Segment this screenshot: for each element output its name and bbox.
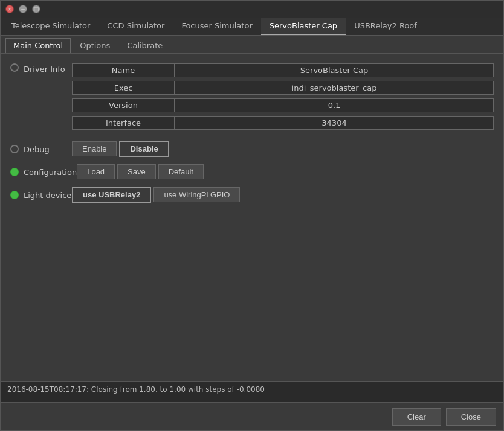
field-row-name: Name ServoBlaster Cap (72, 63, 494, 77)
configuration-section: Configuration Load Save Default (10, 164, 494, 179)
driver-info-fields: Name ServoBlaster Cap Exec indi_servobla… (72, 63, 494, 133)
close-button[interactable]: Close (446, 408, 496, 426)
config-save-button[interactable]: Save (117, 164, 156, 179)
light-device-section: Light device use USBRelay2 use WiringPi … (10, 187, 494, 203)
tab-usbrelay2-roof[interactable]: USBRelay2 Roof (346, 18, 425, 35)
field-value-name: ServoBlaster Cap (175, 63, 494, 77)
driver-info-indicator (10, 63, 19, 72)
tab-focuser-simulator[interactable]: Focuser Simulator (173, 18, 260, 35)
debug-label: Debug (24, 144, 72, 154)
tab-main-control[interactable]: Main Control (5, 38, 71, 53)
bottom-bar: Clear Close (1, 403, 503, 430)
light-device-label: Light device (24, 190, 72, 200)
tab-servoblaster-cap[interactable]: ServoBlaster Cap (261, 18, 346, 35)
sub-tab-bar: Main Control Options Calibrate (1, 36, 503, 54)
tab-telescope-simulator[interactable]: Telescope Simulator (3, 18, 99, 35)
clear-button[interactable]: Clear (392, 408, 441, 426)
field-label-name: Name (72, 63, 175, 77)
tab-calibrate[interactable]: Calibrate (119, 38, 170, 53)
titlebar: × − □ (1, 1, 503, 18)
maximize-window-button[interactable]: □ (32, 5, 40, 13)
field-label-exec: Exec (72, 81, 175, 95)
main-window: × − □ Telescope Simulator CCD Simulator … (0, 0, 504, 431)
debug-indicator (10, 145, 19, 153)
debug-section: Debug Enable Disable (10, 141, 494, 157)
close-icon: × (7, 6, 12, 12)
config-load-button[interactable]: Load (77, 164, 115, 179)
minimize-icon: − (21, 6, 25, 12)
configuration-indicator (10, 168, 19, 176)
field-row-version: Version 0.1 (72, 98, 494, 112)
tab-ccd-simulator[interactable]: CCD Simulator (99, 18, 173, 35)
field-label-interface: Interface (72, 116, 175, 130)
field-row-interface: Interface 34304 (72, 116, 494, 130)
debug-disable-button[interactable]: Disable (119, 141, 169, 157)
tab-options[interactable]: Options (72, 38, 118, 53)
minimize-window-button[interactable]: − (19, 5, 27, 13)
field-value-version: 0.1 (175, 98, 494, 112)
log-message: 2016-08-15T08:17:17: Closing from 1.80, … (7, 385, 265, 394)
main-content: Driver Info Name ServoBlaster Cap Exec i… (1, 54, 503, 381)
debug-enable-button[interactable]: Enable (72, 141, 117, 156)
light-device-indicator (10, 191, 19, 199)
use-usbrelay2-button[interactable]: use USBRelay2 (72, 187, 151, 203)
use-wiringpi-gpio-button[interactable]: use WiringPi GPIO (153, 187, 240, 202)
close-window-button[interactable]: × (5, 5, 14, 13)
configuration-label: Configuration (24, 167, 77, 177)
maximize-icon: □ (34, 6, 39, 12)
field-value-interface: 34304 (175, 116, 494, 130)
driver-info-section: Driver Info Name ServoBlaster Cap Exec i… (10, 63, 494, 133)
field-row-exec: Exec indi_servoblaster_cap (72, 81, 494, 95)
field-value-exec: indi_servoblaster_cap (175, 81, 494, 95)
app-tab-bar: Telescope Simulator CCD Simulator Focuse… (1, 18, 503, 36)
driver-info-label: Driver Info (24, 63, 72, 74)
log-area: 2016-08-15T08:17:17: Closing from 1.80, … (1, 381, 503, 403)
config-default-button[interactable]: Default (158, 164, 204, 179)
field-label-version: Version (72, 98, 175, 112)
